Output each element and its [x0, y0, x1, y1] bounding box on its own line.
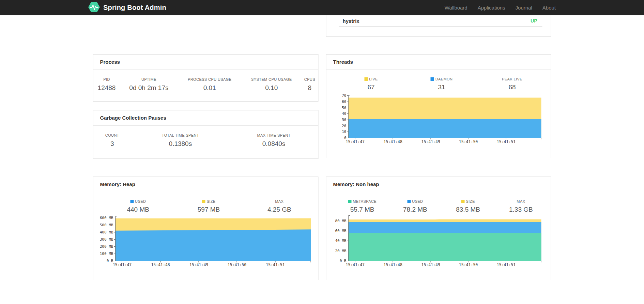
- health-indicator-name: hystrix: [343, 18, 359, 24]
- stat-label-gc-total: TOTAL TIME SPENT: [131, 126, 229, 138]
- legend-value-nonheap-max: 1.33 GB: [494, 206, 547, 213]
- nav-links: Wallboard Applications Journal About: [434, 5, 556, 11]
- x-tick-label: 15:41:51: [262, 262, 289, 267]
- threads-chart: 01020304050607015:41:4715:41:4815:41:491…: [333, 95, 551, 146]
- legend-value-live: 67: [336, 83, 407, 91]
- nonheap-legend-metaspace: METASPACE 55.7 MB: [336, 199, 389, 213]
- x-tick-label: 15:41:48: [147, 262, 174, 267]
- y-tick-label: 100 MB: [100, 252, 113, 256]
- x-tick-label: 15:41:51: [492, 262, 520, 267]
- x-tick-label: 15:41:48: [379, 139, 407, 144]
- stat-value-pid: 12488: [93, 82, 120, 92]
- y-tick-label: 60 MB: [335, 229, 346, 233]
- x-tick-label: 15:41:50: [455, 139, 482, 144]
- legend-value-nonheap-used: 78.2 MB: [389, 206, 442, 213]
- stat-label-gc-max: MAX TIME SPENT: [230, 126, 318, 138]
- gc-card-title: Garbage Collection Pauses: [93, 110, 318, 126]
- legend-label-nonheap-max: MAX: [494, 199, 547, 203]
- legend-label-live: LIVE: [369, 77, 378, 81]
- y-tick-label: 80 MB: [335, 219, 346, 223]
- threads-legend-live: LIVE 67: [336, 77, 407, 91]
- heap-legend-size: SIZE 597 MB: [173, 199, 244, 213]
- nonheap-legend-size: SIZE 83.5 MB: [442, 199, 494, 213]
- chart-y-axis: 010203040506070: [333, 95, 349, 138]
- threads-card-title: Threads: [326, 55, 551, 70]
- heap-chart: 0 B100 MB200 MB300 MB400 MB500 MB600 MB1…: [100, 216, 318, 269]
- content-area: hystrix UP Process PID UPTIME PROCESS CP…: [93, 0, 551, 304]
- heap-legend-max: MAX 4.25 GB: [244, 199, 315, 213]
- chart-plot-area: [349, 215, 541, 261]
- y-tick-label: 50: [342, 106, 346, 110]
- y-tick-label: 200 MB: [100, 244, 113, 249]
- stat-value-gc-max: 0.0840s: [230, 138, 318, 148]
- nonheap-used-series-swatch: [407, 200, 411, 203]
- nonheap-legend-max: MAX 1.33 GB: [494, 199, 547, 213]
- stat-value-system-cpu: 0.10: [242, 82, 301, 92]
- legend-value-nonheap-size: 83.5 MB: [442, 206, 494, 213]
- stat-value-gc-count: 3: [93, 138, 132, 148]
- nav-item-journal[interactable]: Journal: [516, 5, 532, 11]
- x-tick-label: 15:41:47: [109, 262, 136, 267]
- brand-hexagon-pulse-icon: [88, 2, 100, 14]
- health-status-badge: UP: [531, 18, 537, 24]
- metaspace-series-swatch: [348, 200, 351, 203]
- chart-plot-area: [116, 216, 311, 261]
- process-card: Process PID UPTIME PROCESS CPU USAGE SYS…: [93, 54, 319, 102]
- threads-legend-daemon: DAEMON 31: [407, 77, 477, 91]
- daemon-series-swatch: [431, 77, 434, 81]
- brand-title: Spring Boot Admin: [103, 4, 166, 12]
- stat-label-uptime: UPTIME: [120, 70, 178, 82]
- nav-item-wallboard[interactable]: Wallboard: [445, 5, 467, 11]
- legend-value-heap-size: 597 MB: [173, 206, 244, 213]
- stat-value-process-cpu: 0.01: [178, 82, 242, 92]
- chart-y-axis: 0 B20 MB40 MB60 MB80 MB: [333, 215, 349, 261]
- chart-plot-area: [349, 95, 541, 138]
- threads-card: Threads LIVE 67 DAEMON 31 PEAK LIVE 68 0…: [326, 54, 551, 158]
- nonheap-legend-row: METASPACE 55.7 MB USED 78.2 MB SIZE 83.5…: [326, 192, 551, 213]
- stat-label-gc-count: COUNT: [93, 126, 132, 138]
- health-card: hystrix UP: [326, 15, 551, 37]
- y-tick-label: 400 MB: [100, 230, 113, 234]
- nonheap-chart: 0 B20 MB40 MB60 MB80 MB15:41:4715:41:481…: [333, 215, 551, 269]
- nav-item-applications[interactable]: Applications: [478, 5, 505, 11]
- nonheap-card: Memory: Non heap METASPACE 55.7 MB USED …: [326, 177, 551, 280]
- nonheap-card-title: Memory: Non heap: [326, 177, 551, 192]
- legend-value-heap-max: 4.25 GB: [244, 206, 315, 213]
- heap-legend-row: USED 440 MB SIZE 597 MB MAX 4.25 GB: [93, 192, 318, 213]
- navbar-inner: Spring Boot Admin Wallboard Applications…: [88, 0, 556, 15]
- legend-label-daemon: DAEMON: [435, 77, 453, 81]
- nav-item-about[interactable]: About: [542, 5, 556, 11]
- x-tick-label: 15:41:50: [455, 262, 482, 267]
- x-tick-label: 15:41:50: [224, 262, 251, 267]
- heap-card-title: Memory: Heap: [93, 177, 318, 192]
- nonheap-legend-used: USED 78.2 MB: [389, 199, 442, 213]
- stat-value-uptime: 0d 0h 2m 17s: [120, 82, 178, 92]
- legend-value-daemon: 31: [407, 83, 477, 91]
- brand[interactable]: Spring Boot Admin: [88, 2, 166, 14]
- y-tick-label: 20 MB: [335, 249, 346, 253]
- stat-value-cpus: 8: [301, 82, 318, 92]
- heap-used-series-swatch: [130, 200, 134, 203]
- stat-label-system-cpu: SYSTEM CPU USAGE: [242, 70, 301, 82]
- y-tick-label: 30: [342, 118, 346, 122]
- chart-y-axis: 0 B100 MB200 MB300 MB400 MB500 MB600 MB: [100, 216, 116, 261]
- heap-size-series-swatch: [202, 200, 205, 203]
- stat-label-cpus: CPUS: [301, 70, 318, 82]
- x-tick-label: 15:41:47: [341, 262, 369, 267]
- legend-label-heap-max: MAX: [244, 199, 315, 203]
- x-tick-label: 15:41:48: [379, 262, 407, 267]
- y-tick-label: 40 MB: [335, 239, 346, 243]
- y-tick-label: 600 MB: [100, 216, 113, 220]
- legend-label-peak-live: PEAK LIVE: [477, 77, 548, 81]
- gc-card: Garbage Collection Pauses COUNT TOTAL TI…: [93, 110, 319, 159]
- stat-label-pid: PID: [93, 70, 120, 82]
- y-tick-label: 70: [342, 93, 346, 98]
- x-tick-label: 15:41:51: [492, 139, 520, 144]
- legend-label-nonheap-used: USED: [412, 199, 423, 203]
- heap-legend-used: USED 440 MB: [103, 199, 173, 213]
- health-row-hystrix[interactable]: hystrix UP: [326, 15, 551, 25]
- threads-legend-peak-live: PEAK LIVE 68: [477, 77, 548, 91]
- legend-label-metaspace: METASPACE: [353, 199, 377, 203]
- legend-label-heap-size: SIZE: [206, 199, 215, 203]
- heap-card: Memory: Heap USED 440 MB SIZE 597 MB MAX…: [93, 177, 319, 280]
